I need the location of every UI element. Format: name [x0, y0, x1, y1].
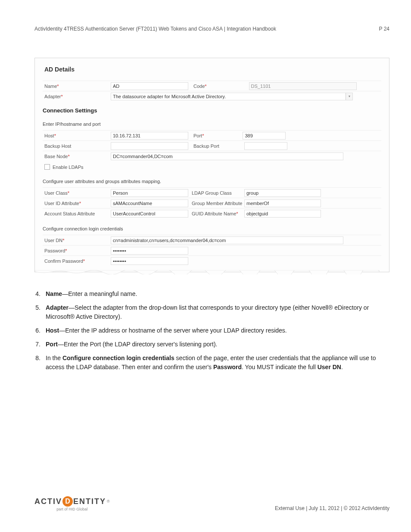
instructions-list: 4. Name—Enter a meaningful name. 5. Adap… — [34, 289, 389, 371]
logo-subtitle: part of HID Global — [56, 507, 87, 511]
instruction-5: 5. Adapter—Select the adapter from the d… — [34, 303, 389, 321]
header-title: ActivIdentity 4TRESS Authentication Serv… — [34, 26, 276, 32]
instruction-8: 8. In the Configure connection login cre… — [34, 354, 389, 371]
chevron-down-icon[interactable]: ▾ — [346, 93, 352, 100]
instruction-7: 7. Port—Enter the Port (the LDAP directo… — [34, 340, 389, 348]
instruction-6: 6. Host—Enter the IP address or hostname… — [34, 326, 389, 335]
adapter-label: Adapter — [44, 94, 61, 99]
basenode-label: Base Node — [44, 154, 68, 159]
name-input[interactable] — [111, 82, 188, 90]
ad-details-panel: AD Details Name* Code* Adapter* The data… — [34, 58, 389, 272]
port-label: Port — [193, 133, 202, 138]
page-footer: ACTIV D ENTITY ® part of HID Global Exte… — [34, 496, 389, 511]
code-input — [249, 82, 357, 90]
userclass-label: User Class — [44, 190, 68, 196]
basenode-input[interactable] — [111, 152, 343, 160]
header-page-number: P 24 — [379, 26, 389, 32]
userdn-label: User DN — [44, 238, 62, 243]
enable-ldaps-label: Enable LDAPs — [53, 165, 84, 170]
backup-port-label: Backup Port — [193, 143, 219, 149]
groupmember-input[interactable] — [244, 199, 321, 207]
attributes-subheading: Configure user attributes and groups att… — [43, 179, 381, 184]
userclass-input[interactable] — [111, 189, 188, 197]
name-label: Name — [44, 84, 57, 89]
useridattr-label: User ID Attribute — [44, 201, 79, 206]
guidattr-label: GUID Attribute Name — [192, 211, 236, 216]
password-label: Password — [44, 248, 65, 253]
connection-settings-heading: Connection Settings — [43, 107, 381, 114]
host-input[interactable] — [111, 132, 188, 140]
ldapgroup-label: LDAP Group Class — [192, 190, 232, 196]
instruction-4: 4. Name—Enter a meaningful name. — [34, 289, 389, 298]
ip-hostname-subheading: Enter IP/hostname and port — [43, 121, 381, 127]
password-input[interactable] — [111, 247, 188, 255]
confirm-password-label: Confirm Password — [44, 258, 83, 264]
backup-host-input[interactable] — [111, 142, 188, 150]
backup-host-label: Backup Host — [44, 143, 71, 149]
activ-identity-logo: ACTIV D ENTITY ® part of HID Global — [34, 496, 110, 511]
page-header: ActivIdentity 4TRESS Authentication Serv… — [34, 26, 389, 32]
ldapgroup-input[interactable] — [244, 189, 321, 197]
port-input[interactable] — [243, 132, 286, 140]
guidattr-input[interactable] — [244, 210, 321, 218]
torn-edge-decoration — [35, 270, 380, 274]
groupmember-label: Group Member Attribute — [192, 201, 242, 206]
useridattr-input[interactable] — [111, 199, 188, 207]
credentials-subheading: Configure connection login credentials — [43, 226, 381, 231]
enable-ldaps-checkbox[interactable] — [44, 164, 50, 170]
logo-d-icon: D — [62, 496, 73, 507]
userdn-input[interactable] — [111, 236, 343, 244]
panel-title: AD Details — [44, 66, 381, 73]
footer-copyright: External Use | July 11, 2012 | © 2012 Ac… — [275, 505, 389, 511]
accountstatus-label: Account Status Attribute — [44, 211, 95, 216]
confirm-password-input[interactable] — [111, 257, 188, 265]
backup-port-input[interactable] — [244, 142, 287, 150]
accountstatus-input[interactable] — [111, 210, 188, 218]
code-label: Code — [193, 84, 205, 89]
host-label: Host — [44, 133, 54, 138]
adapter-select[interactable]: The datasource adapter for Microsoft Act… — [111, 93, 353, 100]
